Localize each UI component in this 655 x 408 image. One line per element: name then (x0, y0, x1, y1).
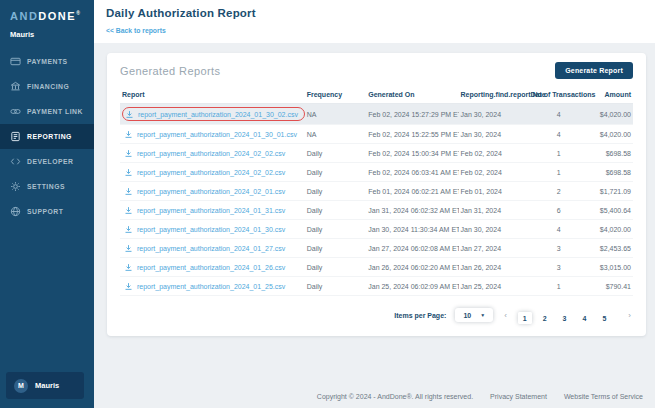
cell-amount: $3,015.00 (587, 258, 633, 277)
download-icon[interactable] (125, 110, 134, 119)
next-page-button[interactable]: › (626, 311, 633, 320)
logo-text-and: AND (10, 10, 38, 22)
privacy-statement-link[interactable]: Privacy Statement (490, 393, 547, 400)
download-icon[interactable] (124, 206, 133, 215)
globe-icon (10, 206, 21, 217)
cell-amount: $1,721.09 (587, 182, 633, 201)
sidebar-item-payment-link[interactable]: PAYMENT LINK (0, 99, 94, 124)
download-icon[interactable] (124, 187, 133, 196)
sidebar-item-label: REPORTING (27, 133, 72, 140)
brand-subtitle: Mauris (0, 24, 94, 49)
report-file-link[interactable]: report_payment_authorization_2024_01_31.… (137, 207, 285, 214)
cell-report-date: Jan 26, 2024 (459, 258, 531, 277)
back-to-reports-link[interactable]: << Back to reports (106, 27, 166, 34)
items-per-page-select[interactable]: 10 ▼ (455, 308, 493, 322)
sidebar-nav: PAYMENTS FINANCING PAYMENT LINK REPORTIN… (0, 49, 94, 224)
registered-mark: ® (76, 10, 80, 16)
cell-amount: $790.41 (587, 277, 633, 296)
cell-amount: $5,400.64 (587, 201, 633, 220)
download-icon[interactable] (124, 244, 133, 253)
sidebar-item-label: FINANCING (27, 83, 69, 90)
report-file: report_payment_authorization_2024_01_31.… (122, 204, 291, 216)
cell-transactions: 1 (530, 277, 586, 296)
report-file: report_payment_authorization_2024_01_30.… (122, 223, 291, 235)
page-button-5[interactable]: 5 (597, 312, 611, 324)
report-file-link[interactable]: report_payment_authorization_2024_01_27.… (137, 245, 285, 252)
cell-frequency: Daily (305, 277, 367, 296)
chevron-down-icon: ▼ (480, 312, 485, 318)
sidebar-item-label: DEVELOPER (27, 158, 73, 165)
table-row: report_payment_authorization_2024_02_02.… (120, 144, 633, 163)
cell-frequency: Daily (305, 144, 367, 163)
cell-generated-on: Jan 30, 2024 11:30:34 AM ET (366, 220, 458, 239)
bank-icon (10, 81, 21, 92)
download-icon[interactable] (124, 130, 133, 139)
report-file-highlighted: report_payment_authorization_2024_01_30_… (122, 107, 305, 121)
cell-frequency: Daily (305, 239, 367, 258)
cell-generated-on: Jan 31, 2024 06:02:32 AM ET (366, 201, 458, 220)
download-icon[interactable] (124, 168, 133, 177)
report-file-link[interactable]: report_payment_authorization_2024_02_02.… (137, 169, 285, 176)
cell-frequency: NA (305, 125, 367, 144)
page-title: Daily Authorization Report (106, 7, 643, 19)
report-file-link[interactable]: report_payment_authorization_2024_01_30.… (137, 226, 285, 233)
items-per-page-value: 10 (463, 312, 471, 319)
cell-transactions: 6 (530, 201, 586, 220)
download-icon[interactable] (124, 282, 133, 291)
report-file: report_payment_authorization_2024_01_27.… (122, 242, 291, 254)
cell-frequency: Daily (305, 182, 367, 201)
sidebar-item-settings[interactable]: SETTINGS (0, 174, 94, 199)
cell-generated-on: Jan 25, 2024 06:02:09 AM ET (366, 277, 458, 296)
sidebar-item-payments[interactable]: PAYMENTS (0, 49, 94, 74)
download-icon[interactable] (124, 149, 133, 158)
download-icon[interactable] (124, 263, 133, 272)
report-file-link[interactable]: report_payment_authorization_2024_02_01.… (137, 188, 285, 195)
report-file: report_payment_authorization_2024_01_30_… (122, 128, 303, 140)
cell-transactions: 4 (530, 104, 586, 125)
table-row: report_payment_authorization_2024_01_27.… (120, 239, 633, 258)
main-content: Daily Authorization Report << Back to re… (94, 0, 655, 408)
prev-page-button[interactable]: ‹ (502, 311, 509, 320)
copyright-text: Copyright © 2024 - AndDone®. All rights … (317, 393, 473, 400)
page-button-4[interactable]: 4 (578, 312, 592, 324)
cell-frequency: Daily (305, 220, 367, 239)
terms-of-service-link[interactable]: Website Terms of Service (564, 393, 643, 400)
sidebar-item-support[interactable]: SUPPORT (0, 199, 94, 224)
sidebar-item-label: SUPPORT (27, 208, 63, 215)
sidebar-item-label: SETTINGS (27, 183, 65, 190)
user-menu[interactable]: M Mauris (6, 372, 84, 399)
cell-amount: $698.58 (587, 163, 633, 182)
cell-amount: $2,453.65 (587, 239, 633, 258)
report-file-link[interactable]: report_payment_authorization_2024_01_25.… (137, 283, 285, 290)
cell-transactions: 4 (530, 125, 586, 144)
report-file-link[interactable]: report_payment_authorization_2024_01_30_… (137, 131, 297, 138)
page-button-1[interactable]: 1 (518, 312, 532, 324)
sidebar-item-developer[interactable]: DEVELOPER (0, 149, 94, 174)
cell-generated-on: Jan 27, 2024 06:02:08 AM ET (366, 239, 458, 258)
report-file: report_payment_authorization_2024_02_02.… (122, 147, 291, 159)
report-file-link[interactable]: report_payment_authorization_2024_02_02.… (137, 150, 285, 157)
sidebar-item-reporting[interactable]: REPORTING (0, 124, 94, 149)
anddone-logo: ANDDONE® (0, 0, 94, 24)
card-title: Generated Reports (120, 65, 220, 77)
report-file-link[interactable]: report_payment_authorization_2024_01_30_… (138, 111, 298, 118)
report-icon (10, 131, 21, 142)
app-window: ANDDONE® Mauris PAYMENTS FINANCING PAYME… (0, 0, 655, 408)
table-row: report_payment_authorization_2024_01_31.… (120, 201, 633, 220)
sidebar-item-financing[interactable]: FINANCING (0, 74, 94, 99)
cell-transactions: 2 (530, 182, 586, 201)
cell-generated-on: Feb 02, 2024 15:00:34 PM ET (366, 144, 458, 163)
page-button-2[interactable]: 2 (538, 312, 552, 324)
table-row: report_payment_authorization_2024_01_30.… (120, 220, 633, 239)
cell-generated-on: Feb 02, 2024 15:27:29 PM ET (366, 104, 458, 125)
cell-generated-on: Feb 01, 2024 06:02:21 AM ET (366, 182, 458, 201)
page-button-3[interactable]: 3 (558, 312, 572, 324)
sidebar-item-label: PAYMENT LINK (27, 108, 83, 115)
generate-report-button[interactable]: Generate Report (555, 62, 633, 79)
cell-report-date: Jan 30, 2024 (459, 104, 531, 125)
table-row: report_payment_authorization_2024_01_26.… (120, 258, 633, 277)
report-file-link[interactable]: report_payment_authorization_2024_01_26.… (137, 264, 285, 271)
cell-report-date: Feb 02, 2024 (459, 144, 531, 163)
cell-report-date: Jan 27, 2024 (459, 239, 531, 258)
download-icon[interactable] (124, 225, 133, 234)
